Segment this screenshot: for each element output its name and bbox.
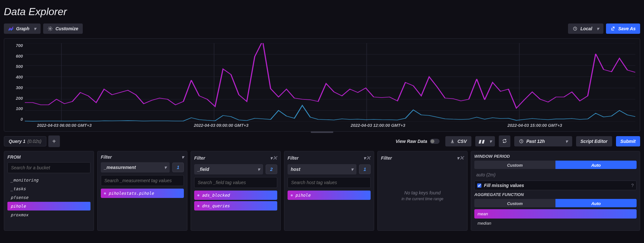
aggregate-function-item[interactable]: median xyxy=(474,219,637,228)
y-tick: 400 xyxy=(4,75,23,79)
tag-value-item[interactable]: dns_queries xyxy=(194,201,277,210)
y-tick: 200 xyxy=(4,96,23,101)
tag-count-badge: 2 xyxy=(266,164,277,174)
tag-key-dropdown[interactable]: _field xyxy=(194,164,263,174)
tag-value-item[interactable]: ads_blocked xyxy=(194,191,277,200)
filter-panel: Filter✕_field2ads_blockeddns_queries xyxy=(191,151,281,231)
customize-button[interactable]: Customize xyxy=(43,23,83,34)
chart-icon xyxy=(8,26,14,31)
bucket-item[interactable]: pihole xyxy=(7,202,90,210)
submit-button[interactable]: Submit xyxy=(616,136,640,146)
chevron-down-icon xyxy=(595,26,599,31)
download-icon xyxy=(450,139,455,144)
save-as-button[interactable]: Save As xyxy=(606,23,640,34)
y-tick: 300 xyxy=(4,85,23,90)
window-period-value: auto (2m) xyxy=(474,171,637,179)
pause-icon: ▮▮ xyxy=(478,139,485,144)
submit-label: Submit xyxy=(620,139,636,144)
help-icon[interactable]: ? xyxy=(631,183,634,188)
y-axis: 700 600 500 400 300 200 100 0 xyxy=(4,43,23,122)
query-tab[interactable]: Query 1 (0.02s) xyxy=(4,136,46,146)
tag-value-item[interactable]: pihole xyxy=(288,191,371,200)
filter-header: Filter✕ xyxy=(288,154,371,162)
chart-series-line xyxy=(25,43,635,108)
refresh-interval-dropdown[interactable]: ▮▮ xyxy=(475,136,495,146)
tag-key-dropdown[interactable]: host xyxy=(288,164,356,174)
visualization-type-label: Graph xyxy=(16,26,29,31)
script-editor-button[interactable]: Script Editor xyxy=(576,136,612,146)
bucket-item[interactable]: pfsense xyxy=(7,193,90,202)
export-icon xyxy=(611,26,616,31)
time-range-dropdown[interactable]: Past 12h xyxy=(514,136,572,146)
from-panel: FROM _monitoring_taskspfsensepiholeproxm… xyxy=(4,151,94,231)
fill-missing-label: Fill missing values xyxy=(484,183,629,188)
time-range-label: Past 12h xyxy=(526,139,545,144)
chevron-down-icon xyxy=(564,139,568,144)
chevron-down-icon xyxy=(488,139,492,144)
tag-key-dropdown[interactable]: _measurement xyxy=(101,162,170,173)
plus-icon: + xyxy=(52,138,56,145)
filter-header: Filter✕ xyxy=(194,154,277,162)
filter-type-dropdown[interactable]: Filter xyxy=(288,155,366,161)
fill-missing-checkbox[interactable] xyxy=(477,183,481,188)
close-icon[interactable]: ✕ xyxy=(459,154,464,162)
from-header-label: FROM xyxy=(7,154,21,160)
y-tick: 0 xyxy=(4,117,23,122)
filter-header: Filter xyxy=(101,154,184,160)
agg-custom-button[interactable]: Custom xyxy=(474,199,555,207)
close-icon[interactable]: ✕ xyxy=(272,154,277,162)
filter-type-dropdown[interactable]: Filter xyxy=(101,154,184,160)
tag-count-badge: 1 xyxy=(172,163,184,172)
from-header: FROM xyxy=(7,154,90,160)
x-tick: 2022-04-03 12:00:00 GMT+3 xyxy=(351,123,405,129)
script-editor-label: Script Editor xyxy=(581,139,608,144)
refresh-button[interactable] xyxy=(499,136,510,147)
page-title: Data Explorer xyxy=(0,0,644,21)
filter-type-dropdown[interactable]: Filter xyxy=(194,155,272,161)
view-raw-data-toggle[interactable]: View Raw Data xyxy=(395,137,440,145)
window-period-segment: Custom Auto xyxy=(474,161,637,169)
chart-area[interactable] xyxy=(25,43,635,122)
window-auto-button[interactable]: Auto xyxy=(555,161,637,169)
empty-state: No tag keys foundin the current time ran… xyxy=(381,164,464,227)
tag-value-list: ads_blockeddns_queries xyxy=(194,191,277,210)
aggregate-function-item[interactable]: mean xyxy=(474,209,637,219)
filter-type-dropdown[interactable]: Filter xyxy=(381,155,459,161)
query-tab-label: Query 1 xyxy=(9,139,25,144)
fill-missing-row[interactable]: Fill missing values ? xyxy=(474,181,637,190)
chart-series-line xyxy=(25,105,635,121)
bucket-item[interactable]: proxmox xyxy=(7,210,90,219)
bucket-item[interactable]: _tasks xyxy=(7,184,90,193)
query-toolbar: Query 1 (0.02s) + View Raw Data CSV ▮▮ P… xyxy=(0,134,644,149)
aggregate-panel: WINDOW PERIOD Custom Auto auto (2m) Fill… xyxy=(471,151,640,231)
tag-search-input[interactable] xyxy=(288,177,371,188)
clock-icon xyxy=(573,26,578,31)
aggregate-function-header: AGGREGATE FUNCTION xyxy=(474,192,637,197)
x-tick: 2022-04-03 09:00:00 GMT+3 xyxy=(194,123,248,129)
view-raw-label: View Raw Data xyxy=(395,139,427,144)
close-icon[interactable]: ✕ xyxy=(366,154,371,162)
bucket-item[interactable]: _monitoring xyxy=(7,176,90,184)
filter-panel: Filter✕host1pihole xyxy=(284,151,374,231)
agg-auto-button[interactable]: Auto xyxy=(555,199,637,207)
y-tick: 600 xyxy=(4,54,23,59)
resize-handle[interactable] xyxy=(311,131,333,133)
timezone-label: Local xyxy=(580,26,592,31)
add-query-button[interactable]: + xyxy=(48,136,60,147)
gear-icon xyxy=(48,26,53,31)
aggregate-function-list: meanmedian xyxy=(474,209,637,228)
tag-search-input[interactable] xyxy=(194,177,277,188)
window-custom-button[interactable]: Custom xyxy=(474,161,555,169)
tag-value-item[interactable]: piholestats.pihole xyxy=(101,189,184,198)
tag-search-input[interactable] xyxy=(101,175,184,186)
csv-button[interactable]: CSV xyxy=(445,136,471,146)
aggregate-segment: Custom Auto xyxy=(474,199,637,207)
bucket-search-input[interactable] xyxy=(7,162,90,173)
toggle-track xyxy=(430,139,440,144)
y-tick: 500 xyxy=(4,64,23,69)
timezone-dropdown[interactable]: Local xyxy=(568,23,603,34)
refresh-icon xyxy=(502,138,507,145)
csv-label: CSV xyxy=(458,139,467,144)
visualization-type-dropdown[interactable]: Graph xyxy=(4,23,41,34)
tag-value-list: pihole xyxy=(288,191,371,200)
